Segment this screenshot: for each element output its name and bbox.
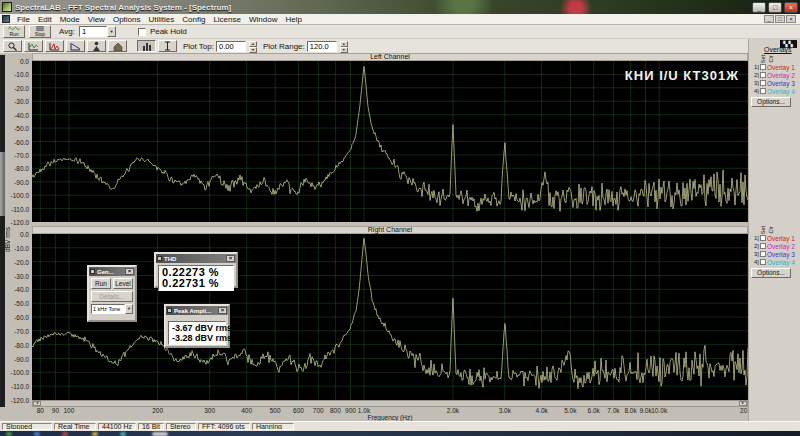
- phase-plot-icon: [70, 42, 81, 51]
- time-series-view-button[interactable]: [24, 40, 43, 52]
- close-icon[interactable]: ×: [218, 307, 227, 314]
- phase-view-button[interactable]: [66, 40, 85, 52]
- plot-top-spinner[interactable]: ▲ ▼: [249, 41, 257, 52]
- generator-signal-combobox[interactable]: 1 kHz Tone ▼: [91, 304, 133, 314]
- status-cell: Real Time: [54, 423, 96, 430]
- cursor-button[interactable]: [158, 40, 177, 52]
- plot-range-spinner[interactable]: ▲ ▼: [340, 41, 348, 52]
- zoom-button[interactable]: [3, 40, 22, 52]
- overlay-set-button[interactable]: 3]: [751, 251, 759, 257]
- overlay-set-button[interactable]: 4]: [751, 259, 759, 265]
- thd-title: THD: [164, 256, 224, 262]
- thd-titlebar[interactable]: THD ×: [156, 254, 236, 263]
- overlays-options-button[interactable]: Options...: [751, 268, 791, 278]
- overlay-set-button[interactable]: 1]: [751, 64, 759, 70]
- generator-level-button[interactable]: Level: [113, 278, 133, 289]
- generator-run-button[interactable]: Run: [91, 278, 111, 289]
- status-cell: Stereo: [166, 423, 196, 430]
- right-channel-plot[interactable]: [32, 234, 748, 400]
- peak-marker-button[interactable]: [87, 40, 106, 52]
- menu-window[interactable]: Window: [245, 15, 281, 24]
- clr-column-label: Clr: [768, 55, 774, 62]
- window-controls: _ □ ×: [752, 2, 798, 13]
- overlay-set-button[interactable]: 1]: [751, 235, 759, 241]
- generator-titlebar[interactable]: Gen... ×: [89, 267, 135, 276]
- menu-license[interactable]: License: [209, 15, 245, 24]
- peak-value-left: -3.67 dBV rms: [172, 323, 222, 333]
- bar-display-button[interactable]: [137, 40, 156, 52]
- peak-hold-label: Peak Hold: [150, 27, 187, 36]
- menu-config[interactable]: Config: [178, 15, 209, 24]
- mdi-restore-icon[interactable]: □: [775, 15, 785, 23]
- overlay-set-button[interactable]: 2]: [751, 243, 759, 249]
- overlay-checkbox[interactable]: [760, 243, 766, 249]
- spin-down-icon[interactable]: ▼: [340, 47, 348, 53]
- generator-details-button[interactable]: Details...: [91, 291, 133, 302]
- stop-button[interactable]: Stop: [29, 25, 51, 38]
- generator-window: Gen... × Run Level Details... 1 kHz Tone…: [87, 265, 137, 322]
- minimize-icon[interactable]: _: [752, 2, 766, 13]
- status-cell: 16 Bit: [138, 423, 164, 430]
- overlay-checkbox[interactable]: [760, 72, 766, 78]
- overlay-set-button[interactable]: 4]: [751, 88, 759, 94]
- overlay-checkbox[interactable]: [760, 251, 766, 257]
- close-icon[interactable]: ×: [784, 2, 798, 13]
- scroll-right-icon[interactable]: ►: [739, 401, 747, 406]
- overlay-label: Overlay 4: [767, 88, 795, 95]
- x-tick-label: 9.0k: [639, 407, 651, 414]
- menu-mode[interactable]: Mode: [56, 15, 84, 24]
- overlay-row: 2]Overlay 2: [751, 71, 800, 79]
- horizontal-scrollbar[interactable]: ◄ ►: [32, 400, 748, 407]
- app-window: SpectraLAB - FFT Spectral Analysis Syste…: [0, 0, 800, 436]
- maximize-icon[interactable]: □: [768, 2, 782, 13]
- menu-edit[interactable]: Edit: [34, 15, 56, 24]
- y-tick-label: -50.0: [14, 125, 29, 132]
- x-tick-label: 5.0k: [564, 407, 576, 414]
- plot-range-input[interactable]: 120.0: [307, 41, 337, 52]
- overlay-row: 2]Overlay 2: [751, 242, 800, 250]
- overlay-set-button[interactable]: 2]: [751, 72, 759, 78]
- menu-options[interactable]: Options: [109, 15, 145, 24]
- avg-label: Avg:: [59, 27, 75, 36]
- spin-down-icon[interactable]: ▼: [249, 47, 257, 53]
- y-tick-label: -60.0: [14, 138, 29, 145]
- x-tick-label: 6.0k: [588, 407, 600, 414]
- y-tick-label: -90.0: [14, 178, 29, 185]
- mdi-minimize-icon[interactable]: _: [764, 15, 774, 23]
- overlay-row: 3]Overlay 3: [751, 79, 800, 87]
- plot-top-input[interactable]: 0.00: [216, 41, 246, 52]
- menu-help[interactable]: Help: [281, 15, 305, 24]
- spectrum-trace-left-channel: [32, 67, 748, 212]
- peak-hold-checkbox[interactable]: [138, 28, 146, 36]
- overlays-header: Overlays: [764, 46, 800, 53]
- overlay-checkbox[interactable]: [760, 64, 766, 70]
- overlay-checkbox[interactable]: [760, 88, 766, 94]
- scroll-left-icon[interactable]: ◄: [33, 401, 41, 406]
- overlay-checkbox[interactable]: [760, 259, 766, 265]
- menu-view[interactable]: View: [84, 15, 109, 24]
- taskbar-button: [152, 432, 168, 436]
- overlays-options-button[interactable]: Options...: [751, 97, 791, 107]
- chevron-down-icon[interactable]: ▼: [107, 26, 116, 37]
- left-channel-plot[interactable]: [32, 61, 748, 222]
- spectrum-view-button[interactable]: [45, 40, 64, 52]
- y-tick-label: -90.0: [14, 355, 29, 362]
- menu-file[interactable]: File: [13, 15, 34, 24]
- x-tick-label: 4.0k: [536, 407, 548, 414]
- spectrum-plot-icon: [49, 42, 60, 51]
- y-tick-label: -20.0: [14, 84, 29, 91]
- avg-combobox[interactable]: 1 ▼: [79, 26, 116, 37]
- peak-titlebar[interactable]: Peak Ampli... ×: [166, 306, 228, 315]
- overlay-set-button[interactable]: 3]: [751, 80, 759, 86]
- overlay-checkbox[interactable]: [760, 235, 766, 241]
- mdi-close-icon[interactable]: ×: [786, 15, 796, 23]
- close-icon[interactable]: ×: [125, 268, 134, 275]
- close-icon[interactable]: ×: [226, 255, 235, 262]
- x-tick-label: 90: [52, 407, 59, 414]
- home-scale-button[interactable]: [108, 40, 127, 52]
- chevron-down-icon[interactable]: ▼: [125, 304, 133, 314]
- run-button[interactable]: Run: [3, 25, 25, 38]
- taskbar-icon: [6, 432, 12, 436]
- menu-utilities[interactable]: Utilities: [144, 15, 178, 24]
- overlay-checkbox[interactable]: [760, 80, 766, 86]
